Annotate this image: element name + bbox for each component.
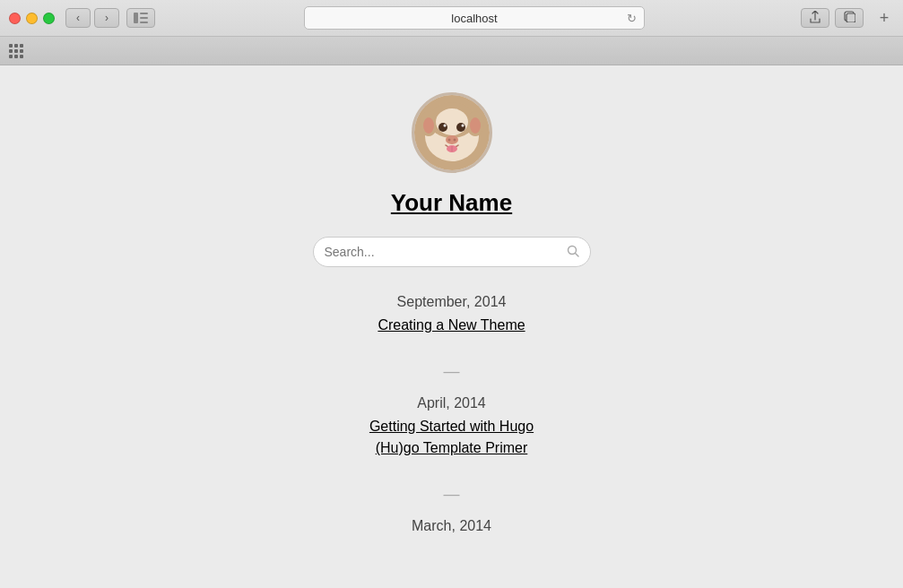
minimize-button[interactable] [26, 13, 38, 24]
sidebar-icon [134, 13, 148, 23]
apps-dot [14, 44, 18, 48]
date-group-april-2014: April, 2014 Getting Started with Hugo (H… [201, 395, 703, 462]
apps-dot [9, 44, 13, 48]
url-bar-wrapper: localhost ↻ [162, 6, 786, 30]
date-group-march-2014: March, 2014 [201, 518, 703, 541]
forward-button[interactable]: › [94, 8, 119, 28]
apps-dot [14, 49, 18, 53]
apps-dot [20, 44, 23, 48]
browser-chrome: ‹ › localhost ↻ [0, 0, 903, 65]
svg-point-20 [453, 139, 456, 142]
svg-rect-5 [847, 13, 855, 22]
post-link-hugo-template[interactable]: (Hu)go Template Primer [376, 440, 528, 456]
post-link-getting-started[interactable]: Getting Started with Hugo [369, 419, 534, 435]
apps-icon[interactable] [9, 44, 29, 58]
section-divider-1: — [444, 362, 460, 381]
svg-point-11 [423, 117, 434, 134]
section-divider-2: — [444, 485, 460, 504]
toolbar-bar [0, 36, 903, 65]
close-button[interactable] [9, 13, 21, 24]
apps-dot [14, 55, 18, 58]
forward-icon: › [105, 12, 109, 24]
url-bar[interactable]: localhost ↻ [304, 6, 645, 30]
tabs-button[interactable] [835, 8, 864, 28]
apps-dot [20, 55, 23, 58]
reload-button[interactable]: ↻ [624, 11, 638, 25]
tabs-icon [844, 11, 855, 25]
svg-point-13 [436, 108, 468, 135]
apps-dot [9, 55, 13, 58]
svg-point-12 [470, 117, 481, 134]
avatar [412, 92, 492, 173]
svg-rect-1 [140, 13, 148, 14]
date-group-september-2014: September, 2014 Creating a New Theme [201, 294, 703, 339]
traffic-lights [9, 13, 55, 24]
post-link-creating-new-theme[interactable]: Creating a New Theme [378, 317, 525, 333]
svg-point-17 [461, 125, 464, 127]
title-bar: ‹ › localhost ↻ [0, 0, 903, 36]
search-icon [567, 245, 579, 260]
svg-rect-3 [140, 22, 148, 23]
svg-line-24 [575, 253, 578, 256]
sidebar-toggle[interactable] [126, 8, 155, 28]
share-button[interactable] [801, 8, 829, 28]
nav-buttons: ‹ › [65, 8, 119, 28]
back-button[interactable]: ‹ [65, 8, 91, 28]
maximize-button[interactable] [43, 13, 55, 24]
content-section: September, 2014 Creating a New Theme — A… [201, 294, 703, 550]
svg-point-14 [438, 123, 447, 132]
svg-point-15 [443, 125, 446, 127]
svg-point-18 [446, 135, 458, 144]
date-label-april: April, 2014 [417, 395, 486, 411]
date-label-march: March, 2014 [412, 518, 491, 534]
svg-rect-2 [140, 17, 148, 19]
back-icon: ‹ [76, 12, 80, 24]
search-bar[interactable] [313, 237, 591, 267]
browser-actions [801, 8, 864, 28]
url-text: localhost [451, 12, 497, 25]
svg-point-19 [447, 139, 450, 142]
svg-point-16 [456, 123, 465, 132]
apps-dot [20, 49, 23, 53]
date-label-september: September, 2014 [397, 294, 507, 310]
apps-dot [9, 49, 13, 53]
avatar-image [414, 95, 490, 170]
search-input[interactable] [325, 245, 567, 259]
svg-rect-0 [134, 13, 138, 23]
share-icon [810, 11, 821, 26]
page-content: Your Name September, 2014 Creating a New… [0, 65, 903, 588]
site-title: Your Name [391, 189, 512, 217]
add-tab-button[interactable]: + [874, 8, 894, 28]
